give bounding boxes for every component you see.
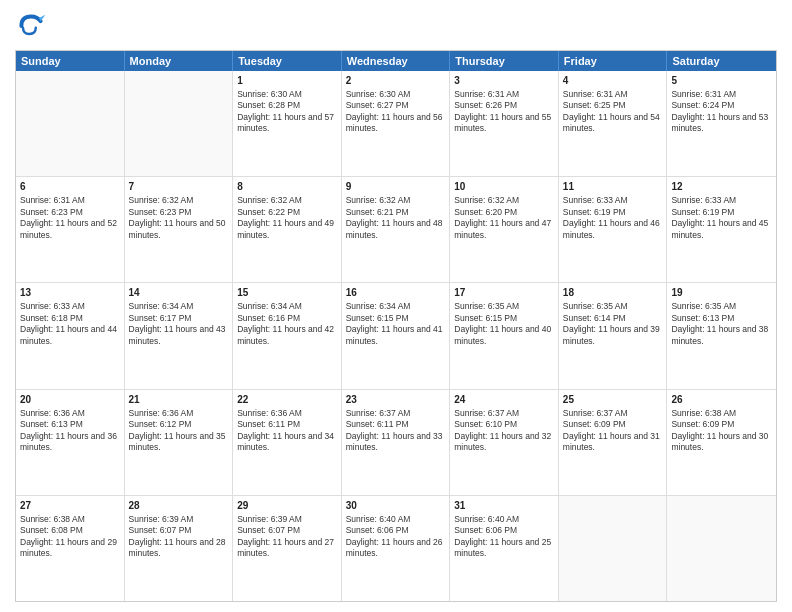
cell-info: Sunrise: 6:31 AM Sunset: 6:23 PM Dayligh… xyxy=(20,195,120,241)
day-number: 8 xyxy=(237,180,337,193)
calendar-header: SundayMondayTuesdayWednesdayThursdayFrid… xyxy=(16,51,776,71)
cell-info: Sunrise: 6:37 AM Sunset: 6:11 PM Dayligh… xyxy=(346,408,446,454)
day-number: 3 xyxy=(454,74,554,87)
calendar-cell-13: 13Sunrise: 6:33 AM Sunset: 6:18 PM Dayli… xyxy=(16,283,125,388)
calendar-cell-2: 2Sunrise: 6:30 AM Sunset: 6:27 PM Daylig… xyxy=(342,71,451,176)
cell-info: Sunrise: 6:34 AM Sunset: 6:15 PM Dayligh… xyxy=(346,301,446,347)
calendar-cell-empty-4-5 xyxy=(559,496,668,601)
calendar-cell-26: 26Sunrise: 6:38 AM Sunset: 6:09 PM Dayli… xyxy=(667,390,776,495)
cell-info: Sunrise: 6:38 AM Sunset: 6:09 PM Dayligh… xyxy=(671,408,772,454)
calendar-cell-5: 5Sunrise: 6:31 AM Sunset: 6:24 PM Daylig… xyxy=(667,71,776,176)
calendar-cell-21: 21Sunrise: 6:36 AM Sunset: 6:12 PM Dayli… xyxy=(125,390,234,495)
cell-info: Sunrise: 6:37 AM Sunset: 6:09 PM Dayligh… xyxy=(563,408,663,454)
cell-info: Sunrise: 6:40 AM Sunset: 6:06 PM Dayligh… xyxy=(346,514,446,560)
calendar-cell-12: 12Sunrise: 6:33 AM Sunset: 6:19 PM Dayli… xyxy=(667,177,776,282)
calendar-cell-1: 1Sunrise: 6:30 AM Sunset: 6:28 PM Daylig… xyxy=(233,71,342,176)
calendar-cell-10: 10Sunrise: 6:32 AM Sunset: 6:20 PM Dayli… xyxy=(450,177,559,282)
calendar-cell-14: 14Sunrise: 6:34 AM Sunset: 6:17 PM Dayli… xyxy=(125,283,234,388)
day-number: 6 xyxy=(20,180,120,193)
cell-info: Sunrise: 6:33 AM Sunset: 6:18 PM Dayligh… xyxy=(20,301,120,347)
day-header-wednesday: Wednesday xyxy=(342,51,451,71)
day-number: 21 xyxy=(129,393,229,406)
day-number: 30 xyxy=(346,499,446,512)
cell-info: Sunrise: 6:36 AM Sunset: 6:12 PM Dayligh… xyxy=(129,408,229,454)
calendar-cell-16: 16Sunrise: 6:34 AM Sunset: 6:15 PM Dayli… xyxy=(342,283,451,388)
calendar-cell-30: 30Sunrise: 6:40 AM Sunset: 6:06 PM Dayli… xyxy=(342,496,451,601)
cell-info: Sunrise: 6:30 AM Sunset: 6:27 PM Dayligh… xyxy=(346,89,446,135)
cell-info: Sunrise: 6:35 AM Sunset: 6:14 PM Dayligh… xyxy=(563,301,663,347)
day-number: 26 xyxy=(671,393,772,406)
cell-info: Sunrise: 6:35 AM Sunset: 6:13 PM Dayligh… xyxy=(671,301,772,347)
cell-info: Sunrise: 6:35 AM Sunset: 6:15 PM Dayligh… xyxy=(454,301,554,347)
day-number: 27 xyxy=(20,499,120,512)
day-header-thursday: Thursday xyxy=(450,51,559,71)
calendar: SundayMondayTuesdayWednesdayThursdayFrid… xyxy=(15,50,777,602)
day-number: 25 xyxy=(563,393,663,406)
day-number: 4 xyxy=(563,74,663,87)
cell-info: Sunrise: 6:32 AM Sunset: 6:22 PM Dayligh… xyxy=(237,195,337,241)
calendar-cell-27: 27Sunrise: 6:38 AM Sunset: 6:08 PM Dayli… xyxy=(16,496,125,601)
day-number: 16 xyxy=(346,286,446,299)
header xyxy=(15,10,777,42)
page: SundayMondayTuesdayWednesdayThursdayFrid… xyxy=(0,0,792,612)
calendar-row-3: 20Sunrise: 6:36 AM Sunset: 6:13 PM Dayli… xyxy=(16,389,776,495)
calendar-cell-4: 4Sunrise: 6:31 AM Sunset: 6:25 PM Daylig… xyxy=(559,71,668,176)
day-number: 9 xyxy=(346,180,446,193)
day-number: 11 xyxy=(563,180,663,193)
cell-info: Sunrise: 6:36 AM Sunset: 6:13 PM Dayligh… xyxy=(20,408,120,454)
cell-info: Sunrise: 6:39 AM Sunset: 6:07 PM Dayligh… xyxy=(129,514,229,560)
calendar-cell-18: 18Sunrise: 6:35 AM Sunset: 6:14 PM Dayli… xyxy=(559,283,668,388)
day-number: 10 xyxy=(454,180,554,193)
day-header-saturday: Saturday xyxy=(667,51,776,71)
cell-info: Sunrise: 6:39 AM Sunset: 6:07 PM Dayligh… xyxy=(237,514,337,560)
calendar-row-4: 27Sunrise: 6:38 AM Sunset: 6:08 PM Dayli… xyxy=(16,495,776,601)
cell-info: Sunrise: 6:33 AM Sunset: 6:19 PM Dayligh… xyxy=(671,195,772,241)
calendar-cell-15: 15Sunrise: 6:34 AM Sunset: 6:16 PM Dayli… xyxy=(233,283,342,388)
cell-info: Sunrise: 6:38 AM Sunset: 6:08 PM Dayligh… xyxy=(20,514,120,560)
cell-info: Sunrise: 6:30 AM Sunset: 6:28 PM Dayligh… xyxy=(237,89,337,135)
calendar-cell-empty-0-1 xyxy=(125,71,234,176)
day-number: 15 xyxy=(237,286,337,299)
calendar-cell-28: 28Sunrise: 6:39 AM Sunset: 6:07 PM Dayli… xyxy=(125,496,234,601)
cell-info: Sunrise: 6:31 AM Sunset: 6:24 PM Dayligh… xyxy=(671,89,772,135)
cell-info: Sunrise: 6:36 AM Sunset: 6:11 PM Dayligh… xyxy=(237,408,337,454)
day-number: 20 xyxy=(20,393,120,406)
day-number: 23 xyxy=(346,393,446,406)
day-number: 2 xyxy=(346,74,446,87)
calendar-cell-19: 19Sunrise: 6:35 AM Sunset: 6:13 PM Dayli… xyxy=(667,283,776,388)
cell-info: Sunrise: 6:37 AM Sunset: 6:10 PM Dayligh… xyxy=(454,408,554,454)
cell-info: Sunrise: 6:32 AM Sunset: 6:20 PM Dayligh… xyxy=(454,195,554,241)
calendar-cell-22: 22Sunrise: 6:36 AM Sunset: 6:11 PM Dayli… xyxy=(233,390,342,495)
cell-info: Sunrise: 6:31 AM Sunset: 6:25 PM Dayligh… xyxy=(563,89,663,135)
calendar-cell-9: 9Sunrise: 6:32 AM Sunset: 6:21 PM Daylig… xyxy=(342,177,451,282)
day-number: 29 xyxy=(237,499,337,512)
day-number: 24 xyxy=(454,393,554,406)
day-header-tuesday: Tuesday xyxy=(233,51,342,71)
calendar-cell-11: 11Sunrise: 6:33 AM Sunset: 6:19 PM Dayli… xyxy=(559,177,668,282)
calendar-body: 1Sunrise: 6:30 AM Sunset: 6:28 PM Daylig… xyxy=(16,71,776,601)
cell-info: Sunrise: 6:34 AM Sunset: 6:17 PM Dayligh… xyxy=(129,301,229,347)
calendar-row-0: 1Sunrise: 6:30 AM Sunset: 6:28 PM Daylig… xyxy=(16,71,776,176)
day-number: 12 xyxy=(671,180,772,193)
day-header-friday: Friday xyxy=(559,51,668,71)
day-number: 19 xyxy=(671,286,772,299)
calendar-cell-23: 23Sunrise: 6:37 AM Sunset: 6:11 PM Dayli… xyxy=(342,390,451,495)
calendar-cell-20: 20Sunrise: 6:36 AM Sunset: 6:13 PM Dayli… xyxy=(16,390,125,495)
cell-info: Sunrise: 6:32 AM Sunset: 6:21 PM Dayligh… xyxy=(346,195,446,241)
day-header-sunday: Sunday xyxy=(16,51,125,71)
day-number: 28 xyxy=(129,499,229,512)
day-number: 1 xyxy=(237,74,337,87)
calendar-cell-25: 25Sunrise: 6:37 AM Sunset: 6:09 PM Dayli… xyxy=(559,390,668,495)
day-number: 18 xyxy=(563,286,663,299)
calendar-row-2: 13Sunrise: 6:33 AM Sunset: 6:18 PM Dayli… xyxy=(16,282,776,388)
cell-info: Sunrise: 6:33 AM Sunset: 6:19 PM Dayligh… xyxy=(563,195,663,241)
calendar-row-1: 6Sunrise: 6:31 AM Sunset: 6:23 PM Daylig… xyxy=(16,176,776,282)
cell-info: Sunrise: 6:32 AM Sunset: 6:23 PM Dayligh… xyxy=(129,195,229,241)
calendar-cell-empty-4-6 xyxy=(667,496,776,601)
calendar-cell-empty-0-0 xyxy=(16,71,125,176)
cell-info: Sunrise: 6:31 AM Sunset: 6:26 PM Dayligh… xyxy=(454,89,554,135)
day-number: 31 xyxy=(454,499,554,512)
calendar-cell-17: 17Sunrise: 6:35 AM Sunset: 6:15 PM Dayli… xyxy=(450,283,559,388)
calendar-cell-31: 31Sunrise: 6:40 AM Sunset: 6:06 PM Dayli… xyxy=(450,496,559,601)
day-header-monday: Monday xyxy=(125,51,234,71)
